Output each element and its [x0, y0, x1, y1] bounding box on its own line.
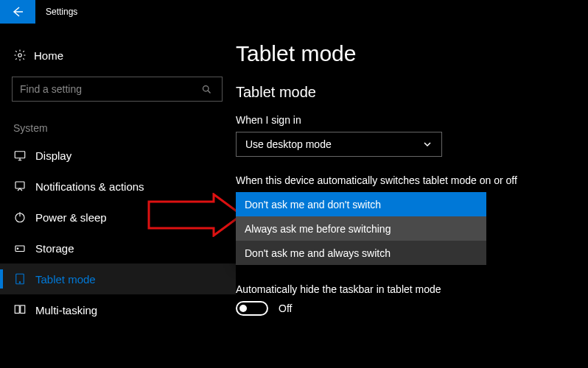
- display-icon: [13, 149, 35, 162]
- titlebar-label: Settings: [35, 0, 77, 24]
- svg-rect-2: [15, 152, 25, 158]
- hide-taskbar-label: Automatically hide the taskbar in tablet…: [236, 283, 573, 295]
- switch-label: When this device automatically switches …: [236, 174, 573, 186]
- switch-dropdown-list: Don't ask me and don't switch Always ask…: [236, 192, 486, 265]
- back-button[interactable]: [0, 0, 35, 24]
- svg-rect-9: [15, 305, 19, 314]
- tablet-icon: [13, 272, 35, 286]
- search-icon: [198, 84, 214, 95]
- signin-dropdown-value: Use desktop mode: [245, 138, 332, 150]
- section-title: Tablet mode: [236, 84, 573, 101]
- svg-point-8: [19, 282, 21, 283]
- svg-point-6: [17, 248, 18, 250]
- sidebar-item-label: Multi-tasking: [35, 304, 97, 316]
- sidebar-item-notifications[interactable]: Notifications & actions: [0, 171, 236, 202]
- switch-option-always-ask[interactable]: Always ask me before switching: [236, 216, 486, 241]
- sidebar-item-display[interactable]: Display: [0, 140, 236, 171]
- search-field[interactable]: [20, 83, 198, 95]
- gear-icon: [13, 49, 34, 62]
- titlebar: Settings: [0, 0, 588, 24]
- sidebar-item-label: Notifications & actions: [35, 180, 144, 193]
- main-content: Tablet mode Tablet mode When I sign in U…: [236, 24, 588, 368]
- sidebar-item-label: Display: [35, 149, 71, 162]
- svg-point-1: [203, 85, 209, 91]
- signin-label: When I sign in: [236, 114, 573, 126]
- sidebar-section-label: System: [0, 102, 236, 140]
- sidebar: Home System Display Notifications &: [0, 24, 236, 368]
- svg-rect-10: [21, 305, 25, 314]
- sidebar-item-storage[interactable]: Storage: [0, 233, 236, 263]
- hide-taskbar-toggle[interactable]: [236, 301, 268, 316]
- hide-taskbar-value: Off: [279, 302, 292, 314]
- svg-point-0: [18, 54, 22, 57]
- sidebar-home[interactable]: Home: [0, 41, 236, 69]
- switch-option-always-switch[interactable]: Don't ask me and always switch: [236, 241, 486, 265]
- sidebar-item-tablet-mode[interactable]: Tablet mode: [0, 263, 236, 294]
- chevron-down-icon: [422, 140, 433, 149]
- search-input[interactable]: [12, 77, 223, 102]
- arrow-left-icon: [11, 5, 24, 18]
- multitasking-icon: [13, 303, 35, 316]
- sidebar-item-label: Tablet mode: [35, 273, 96, 286]
- sidebar-item-label: Storage: [35, 242, 74, 255]
- signin-dropdown[interactable]: Use desktop mode: [236, 132, 442, 157]
- page-title: Tablet mode: [236, 41, 573, 66]
- sidebar-item-label: Power & sleep: [35, 211, 107, 224]
- power-icon: [13, 210, 35, 224]
- notifications-icon: [13, 180, 35, 193]
- switch-option-dont-switch[interactable]: Don't ask me and don't switch: [236, 192, 486, 216]
- sidebar-item-multitasking[interactable]: Multi-tasking: [0, 294, 236, 325]
- sidebar-home-label: Home: [34, 49, 63, 62]
- storage-icon: [13, 241, 35, 255]
- sidebar-item-power[interactable]: Power & sleep: [0, 202, 236, 233]
- svg-rect-3: [15, 182, 24, 188]
